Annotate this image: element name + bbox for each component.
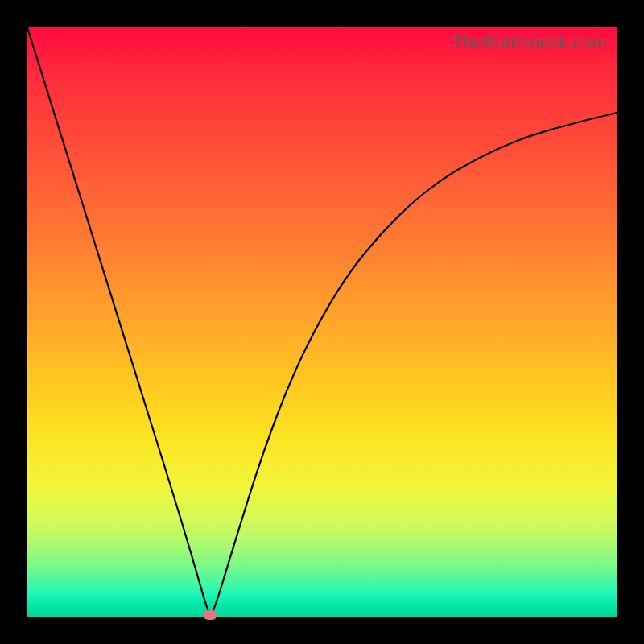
minimum-marker bbox=[203, 610, 217, 620]
curve-path bbox=[27, 27, 617, 613]
plot-area: TheBottleneck.com bbox=[27, 27, 617, 617]
chart-frame: TheBottleneck.com bbox=[0, 0, 644, 644]
bottleneck-curve bbox=[27, 27, 617, 617]
watermark-text: TheBottleneck.com bbox=[452, 32, 607, 53]
